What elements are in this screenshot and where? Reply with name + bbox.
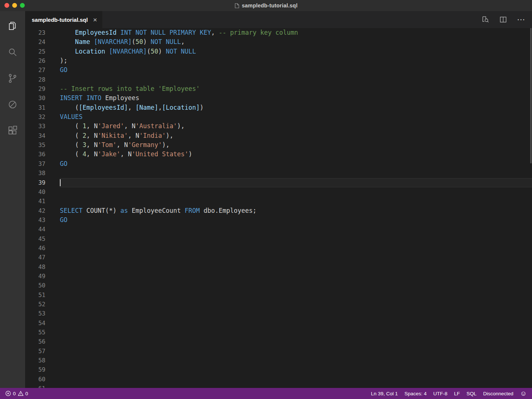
line-number: 40 xyxy=(25,187,45,197)
code-line-35[interactable]: 35 ( 3, N'Tom', N'Germany'), xyxy=(25,140,532,150)
line-content xyxy=(60,75,532,84)
line-content: ( 1, N'Jared', N'Australia'), xyxy=(60,122,532,131)
line-number: 44 xyxy=(25,225,45,234)
status-indentation[interactable]: Spaces: 4 xyxy=(405,391,427,396)
code-line-53[interactable]: 53 xyxy=(25,309,532,318)
text-cursor xyxy=(60,179,61,186)
line-number: 33 xyxy=(25,122,45,131)
line-content: GO xyxy=(60,65,532,75)
editor-group: sampledb-tutorial.sql × ⋯ xyxy=(25,11,532,388)
code-line-45[interactable]: 45 xyxy=(25,234,532,243)
extensions-icon xyxy=(7,125,18,136)
line-content xyxy=(60,347,532,356)
window-title: sampledb-tutorial.sql xyxy=(235,3,298,8)
status-items: Ln 39, Col 1Spaces: 4UTF-8LFSQLDisconnec… xyxy=(371,391,514,396)
code-editor[interactable]: 23 EmployeesId INT NOT NULL PRIMARY KEY,… xyxy=(25,28,532,388)
tab-label: sampledb-tutorial.sql xyxy=(32,17,88,23)
code-line-36[interactable]: 36 ( 4, N'Jake', N'United States') xyxy=(25,150,532,159)
line-content: ([EmployeesId], [Name],[Location]) xyxy=(60,103,532,112)
code-line-23[interactable]: 23 EmployeesId INT NOT NULL PRIMARY KEY,… xyxy=(25,28,532,37)
code-line-30[interactable]: 30INSERT INTO Employees xyxy=(25,93,532,103)
line-number: 60 xyxy=(25,375,45,384)
close-tab-icon[interactable]: × xyxy=(93,16,97,23)
line-number: 24 xyxy=(25,37,45,47)
status-eol[interactable]: LF xyxy=(454,391,460,396)
code-line-26[interactable]: 26); xyxy=(25,56,532,65)
code-line-52[interactable]: 52 xyxy=(25,300,532,309)
activity-item-debug[interactable] xyxy=(0,91,25,117)
code-line-58[interactable]: 58 xyxy=(25,356,532,365)
line-content xyxy=(60,168,532,178)
code-line-42[interactable]: 42SELECT COUNT(*) as EmployeeCount FROM … xyxy=(25,206,532,215)
code-line-46[interactable]: 46 xyxy=(25,243,532,253)
files-icon xyxy=(7,20,18,31)
code-line-31[interactable]: 31 ([EmployeesId], [Name],[Location]) xyxy=(25,103,532,112)
code-line-56[interactable]: 56 xyxy=(25,337,532,346)
code-line-59[interactable]: 59 xyxy=(25,365,532,374)
code-line-48[interactable]: 48 xyxy=(25,262,532,272)
split-editor-icon[interactable] xyxy=(499,16,507,24)
vertical-scrollbar[interactable] xyxy=(530,28,532,163)
problems-status[interactable]: 0 0 xyxy=(5,391,28,396)
line-content xyxy=(60,234,532,243)
code-line-40[interactable]: 40 xyxy=(25,187,532,197)
feedback-smiley-icon[interactable]: ☺ xyxy=(520,390,527,397)
code-line-43[interactable]: 43GO xyxy=(25,215,532,225)
code-line-55[interactable]: 55 xyxy=(25,328,532,337)
code-line-34[interactable]: 34 ( 2, N'Nikita', N'India'), xyxy=(25,131,532,140)
code-line-54[interactable]: 54 xyxy=(25,318,532,328)
code-line-49[interactable]: 49 xyxy=(25,272,532,281)
line-content: ( 2, N'Nikita', N'India'), xyxy=(60,131,532,140)
code-line-60[interactable]: 60 xyxy=(25,375,532,384)
more-actions-icon[interactable]: ⋯ xyxy=(517,16,525,24)
line-number: 27 xyxy=(25,65,45,75)
tab-sampledb-tutorial[interactable]: sampledb-tutorial.sql × xyxy=(25,11,102,28)
code-line-61[interactable]: 61 xyxy=(25,384,532,388)
line-number: 34 xyxy=(25,131,45,140)
line-number: 50 xyxy=(25,281,45,290)
code-line-51[interactable]: 51 xyxy=(25,290,532,300)
line-number: 55 xyxy=(25,328,45,337)
zoom-window-button[interactable] xyxy=(20,3,25,8)
line-number: 53 xyxy=(25,309,45,318)
code-line-39[interactable]: 39 xyxy=(25,178,532,187)
open-preview-icon[interactable] xyxy=(481,16,490,24)
activity-item-source-control[interactable] xyxy=(0,65,25,91)
line-content: Location [NVARCHAR](50) NOT NULL xyxy=(60,47,532,56)
activity-item-extensions[interactable] xyxy=(0,117,25,144)
activity-item-explorer[interactable] xyxy=(0,13,25,39)
minimize-window-button[interactable] xyxy=(12,3,17,8)
code-line-24[interactable]: 24 Name [NVARCHAR](50) NOT NULL, xyxy=(25,37,532,47)
error-icon xyxy=(5,391,11,396)
activity-item-search[interactable] xyxy=(0,39,25,65)
line-number: 58 xyxy=(25,356,45,365)
line-content xyxy=(60,384,532,388)
code-line-38[interactable]: 38 xyxy=(25,168,532,178)
status-connection-status[interactable]: Disconnected xyxy=(483,391,514,396)
code-line-27[interactable]: 27GO xyxy=(25,65,532,75)
code-line-28[interactable]: 28 xyxy=(25,75,532,84)
close-window-button[interactable] xyxy=(4,3,9,8)
status-cursor-position[interactable]: Ln 39, Col 1 xyxy=(371,391,398,396)
code-line-41[interactable]: 41 xyxy=(25,197,532,206)
status-language-mode[interactable]: SQL xyxy=(467,391,477,396)
code-line-32[interactable]: 32VALUES xyxy=(25,112,532,122)
code-line-57[interactable]: 57 xyxy=(25,347,532,356)
line-number: 41 xyxy=(25,197,45,206)
editor-actions: ⋯ xyxy=(481,11,532,28)
code-line-25[interactable]: 25 Location [NVARCHAR](50) NOT NULL xyxy=(25,47,532,56)
line-number: 43 xyxy=(25,215,45,225)
code-line-44[interactable]: 44 xyxy=(25,225,532,234)
code-line-33[interactable]: 33 ( 1, N'Jared', N'Australia'), xyxy=(25,122,532,131)
source-control-icon xyxy=(7,73,18,84)
app-window: sampledb-tutorial.sql xyxy=(0,0,532,399)
code-line-29[interactable]: 29-- Insert rows into table 'Employees' xyxy=(25,84,532,93)
code-lines: 23 EmployeesId INT NOT NULL PRIMARY KEY,… xyxy=(25,28,532,388)
line-content xyxy=(60,318,532,328)
code-line-47[interactable]: 47 xyxy=(25,253,532,262)
code-line-37[interactable]: 37GO xyxy=(25,159,532,168)
status-encoding[interactable]: UTF-8 xyxy=(433,391,447,396)
code-line-50[interactable]: 50 xyxy=(25,281,532,290)
line-content xyxy=(60,337,532,346)
status-bar-right: Ln 39, Col 1Spaces: 4UTF-8LFSQLDisconnec… xyxy=(371,390,527,397)
